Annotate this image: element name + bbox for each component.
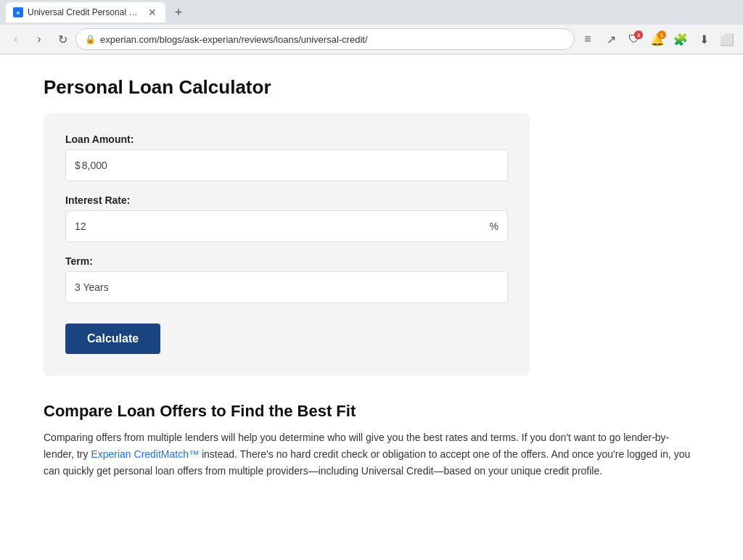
tab-close-button[interactable]: ✕ bbox=[147, 7, 158, 18]
bell-badge: 1 bbox=[657, 30, 666, 39]
term-label: Term: bbox=[65, 255, 508, 267]
loan-amount-input[interactable] bbox=[82, 160, 498, 171]
menu-button[interactable]: ≡ bbox=[578, 29, 598, 49]
window-button[interactable]: ⬜ bbox=[717, 29, 737, 49]
calculator-card: Loan Amount: $ Interest Rate: % Term: Ca… bbox=[44, 113, 530, 376]
page-title: Personal Loan Calculator bbox=[44, 76, 699, 99]
loan-amount-label: Loan Amount: bbox=[65, 133, 508, 145]
new-tab-button[interactable]: + bbox=[168, 2, 189, 22]
tab-favicon: e bbox=[13, 7, 23, 17]
lock-icon: 🔒 bbox=[85, 34, 96, 44]
tab-title: Universal Credit Personal Loan Re bbox=[28, 7, 142, 17]
extensions-button[interactable]: 🧩 bbox=[670, 29, 691, 49]
calculate-button[interactable]: Calculate bbox=[65, 324, 160, 354]
address-bar-container[interactable]: 🔒 bbox=[75, 28, 575, 50]
page-content: Personal Loan Calculator Loan Amount: $ … bbox=[0, 54, 743, 560]
interest-rate-group: Interest Rate: % bbox=[65, 194, 508, 242]
loan-amount-group: Loan Amount: $ bbox=[65, 133, 508, 181]
share-button[interactable]: ↗ bbox=[601, 29, 621, 49]
interest-rate-label: Interest Rate: bbox=[65, 194, 508, 206]
reload-button[interactable]: ↻ bbox=[52, 29, 73, 49]
download-button[interactable]: ⬇ bbox=[694, 29, 714, 49]
loan-amount-input-wrapper[interactable]: $ bbox=[65, 149, 508, 181]
bell-button[interactable]: 🔔 1 bbox=[647, 29, 668, 49]
browser-chrome: e Universal Credit Personal Loan Re ✕ + … bbox=[0, 0, 743, 54]
term-input[interactable] bbox=[75, 281, 498, 293]
toolbar: ‹ › ↻ 🔒 ≡ ↗ 🛡 3 🔔 1 bbox=[0, 25, 743, 54]
interest-rate-suffix: % bbox=[490, 221, 498, 232]
term-group: Term: bbox=[65, 255, 508, 303]
forward-button[interactable]: › bbox=[29, 29, 49, 49]
shield-button[interactable]: 🛡 3 bbox=[624, 29, 644, 49]
interest-rate-input-wrapper[interactable]: % bbox=[65, 210, 508, 242]
interest-rate-input[interactable] bbox=[75, 221, 488, 232]
term-input-wrapper[interactable] bbox=[65, 271, 508, 303]
address-bar[interactable] bbox=[100, 34, 565, 45]
back-button[interactable]: ‹ bbox=[6, 29, 26, 49]
active-tab[interactable]: e Universal Credit Personal Loan Re ✕ bbox=[6, 2, 165, 22]
compare-section-text: Comparing offers from multiple lenders w… bbox=[44, 429, 699, 479]
loan-amount-prefix: $ bbox=[75, 160, 81, 171]
experian-creditmatch-link[interactable]: Experian CreditMatch™ bbox=[91, 448, 199, 460]
shield-badge: 3 bbox=[634, 30, 643, 39]
tab-bar: e Universal Credit Personal Loan Re ✕ + bbox=[0, 0, 743, 25]
toolbar-actions: ≡ ↗ 🛡 3 🔔 1 🧩 ⬇ ⬜ bbox=[578, 29, 737, 49]
compare-section-title: Compare Loan Offers to Find the Best Fit bbox=[44, 402, 699, 421]
compare-section: Compare Loan Offers to Find the Best Fit… bbox=[44, 402, 699, 479]
